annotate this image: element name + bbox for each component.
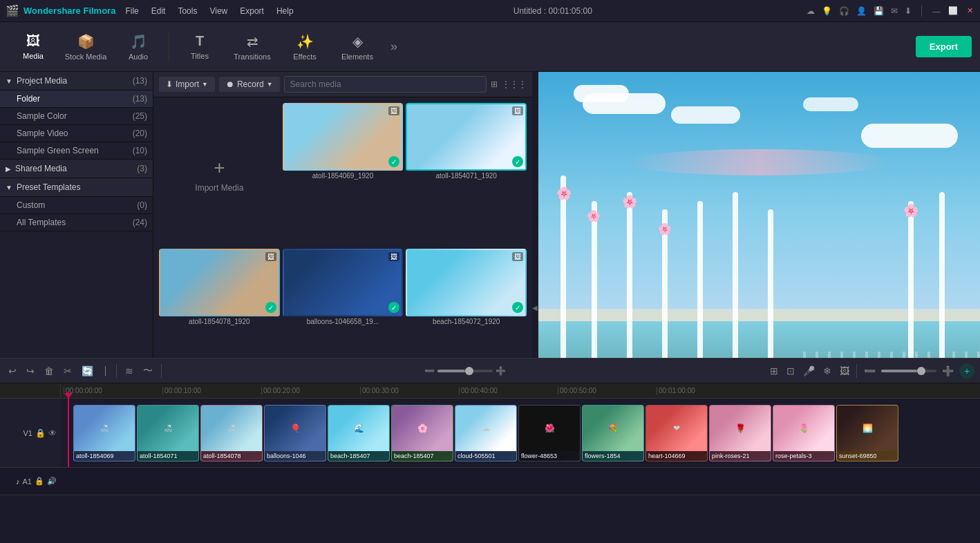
preset-templates-header[interactable]: ▼ Preset Templates bbox=[0, 178, 153, 197]
sidebar-item-sample-video[interactable]: Sample Video (20) bbox=[0, 125, 153, 142]
filter-icon[interactable]: ⊞ bbox=[491, 79, 498, 89]
zoom-fill bbox=[437, 370, 465, 372]
clip-beach1[interactable]: 🌊 beach-185407 bbox=[328, 405, 390, 461]
toolbar-transitions[interactable]: ⇄ Transitions bbox=[227, 25, 277, 69]
toolbar-titles[interactable]: T Titles bbox=[175, 25, 225, 69]
account-icon[interactable]: 👤 bbox=[856, 6, 867, 16]
speed-button[interactable]: 🔄 bbox=[79, 364, 96, 378]
clip-flowers[interactable]: 💐 flowers-1854 bbox=[582, 405, 644, 461]
waveform-button[interactable]: 〜 bbox=[140, 363, 156, 379]
zoom-out-tl-button[interactable]: ➖ bbox=[861, 364, 878, 378]
flower-deco-2: 🌸 bbox=[587, 209, 601, 222]
clip-atoll3[interactable]: 🏖 atoll-1854078 bbox=[200, 405, 263, 461]
toolbar-stock-media[interactable]: 📦 Stock Media bbox=[61, 25, 111, 69]
menu-tools[interactable]: Tools bbox=[172, 5, 202, 17]
download-icon[interactable]: ⬇ bbox=[905, 6, 912, 16]
zoom-track[interactable] bbox=[437, 370, 493, 372]
v1-hide-icon[interactable]: 👁 bbox=[48, 428, 57, 438]
sidebar-item-sample-color[interactable]: Sample Color (25) bbox=[0, 108, 153, 125]
zoom-out-icon[interactable]: ➖ bbox=[424, 366, 435, 376]
clip-cloud[interactable]: ☁ cloud-505501 bbox=[455, 405, 517, 461]
voiceover-button[interactable]: 🎤 bbox=[800, 364, 818, 378]
timeline-scrollable[interactable]: 00:00:00:00 00:00:10:00 00:00:20:00 00:0… bbox=[61, 383, 980, 495]
ruler-40: 00:00:40:00 bbox=[459, 387, 558, 394]
sidebar-item-folder[interactable]: Folder (13) bbox=[0, 90, 153, 108]
lightbulb-icon[interactable]: 💡 bbox=[822, 6, 832, 16]
clip-atoll1[interactable]: 🏖 atoll-1854069 bbox=[73, 405, 135, 461]
cloud-icon[interactable]: ☁ bbox=[807, 6, 815, 16]
project-media-header[interactable]: ▼ Project Media (13) bbox=[0, 72, 153, 90]
image-icon-2: 🖼 bbox=[512, 106, 523, 115]
mail-icon[interactable]: ✉ bbox=[891, 6, 898, 16]
sidebar-item-all-templates[interactable]: All Templates (24) bbox=[0, 214, 153, 231]
clip-pink-roses[interactable]: 🌹 pink-roses-21 bbox=[709, 405, 771, 461]
tl-zoom-handle[interactable] bbox=[917, 367, 925, 375]
toolbar-media[interactable]: 🖼 Media bbox=[8, 25, 58, 69]
record-button[interactable]: ⏺ Record ▼ bbox=[219, 77, 280, 92]
menu-file[interactable]: File bbox=[120, 5, 144, 17]
search-input[interactable] bbox=[284, 76, 487, 93]
menu-edit[interactable]: Edit bbox=[146, 5, 171, 17]
clip-label-4: balloons-1046 bbox=[265, 451, 326, 461]
split-button[interactable]: ⏐ bbox=[100, 364, 111, 378]
headset-icon[interactable]: 🎧 bbox=[839, 6, 849, 16]
zoom-in-icon[interactable]: ➕ bbox=[496, 366, 506, 376]
more-tools-button[interactable]: » bbox=[385, 37, 403, 57]
import-media-cell[interactable]: + Import Media bbox=[159, 103, 280, 246]
elements-icon: ◈ bbox=[352, 33, 363, 50]
delete-button[interactable]: 🗑 bbox=[41, 364, 57, 378]
zoom-in-tl-button[interactable]: ➕ bbox=[939, 364, 957, 378]
check-3: ✓ bbox=[265, 302, 276, 313]
ruler-10: 00:00:10:00 bbox=[162, 387, 261, 394]
a1-lock-icon[interactable]: 🔒 bbox=[35, 477, 44, 486]
sidebar-item-custom[interactable]: Custom (0) bbox=[0, 197, 153, 214]
record-icon: ⏺ bbox=[226, 79, 234, 89]
clip-rose-petals[interactable]: 🌷 rose-petals-3 bbox=[773, 405, 835, 461]
media-item-1[interactable]: 🖼 ✓ atoll-1854069_1920 bbox=[283, 103, 404, 246]
clip-heart[interactable]: ❤ heart-104669 bbox=[646, 405, 708, 461]
media-item-2[interactable]: 🖼 ✓ atoll-1854071_1920 bbox=[406, 103, 527, 246]
save-icon[interactable]: 💾 bbox=[874, 6, 884, 16]
timeline-zoom-track[interactable] bbox=[881, 370, 936, 372]
maximize-button[interactable]: ⬜ bbox=[948, 6, 958, 16]
all-templates-label: All Templates bbox=[17, 218, 66, 227]
toolbar-effects[interactable]: ✨ Effects bbox=[280, 25, 330, 69]
magnet-button[interactable]: ⊡ bbox=[784, 364, 798, 378]
sort-icon[interactable]: ⋮⋮⋮ bbox=[502, 79, 527, 89]
zoom-handle[interactable] bbox=[465, 367, 473, 375]
shared-media-header[interactable]: ▶ Shared Media (3) bbox=[0, 160, 153, 178]
menu-view[interactable]: View bbox=[204, 5, 233, 17]
timeline-settings-button[interactable]: + bbox=[959, 363, 974, 379]
redo-button[interactable]: ↪ bbox=[23, 364, 37, 378]
sidebar-item-sample-green[interactable]: Sample Green Screen (10) bbox=[0, 142, 153, 160]
sample-color-count: (25) bbox=[133, 111, 147, 121]
media-icon: 🖼 bbox=[26, 33, 40, 49]
collapse-arrow-preset: ▼ bbox=[6, 184, 12, 191]
audio-adjust-button[interactable]: ≋ bbox=[122, 364, 136, 378]
freeze-frame-button[interactable]: ❄ bbox=[820, 364, 834, 378]
clip-atoll2[interactable]: 🏖 atoll-1854071 bbox=[137, 405, 199, 461]
menu-export[interactable]: Export bbox=[234, 5, 270, 17]
thumb-name-1: atoll-1854069_1920 bbox=[283, 172, 404, 180]
clip-label-5: beach-185407 bbox=[328, 451, 389, 461]
import-button[interactable]: ⬇ Import ▼ bbox=[159, 77, 215, 92]
v1-lock-icon[interactable]: 🔒 bbox=[35, 428, 46, 438]
undo-button[interactable]: ↩ bbox=[6, 364, 19, 378]
toolbar-elements[interactable]: ◈ Elements bbox=[332, 25, 382, 69]
clip-beach2[interactable]: 🌸 beach-185407 bbox=[391, 405, 453, 461]
canopy bbox=[627, 149, 892, 175]
toolbar-audio[interactable]: 🎵 Audio bbox=[113, 25, 163, 69]
a1-volume-icon[interactable]: 🔊 bbox=[47, 477, 57, 486]
close-button[interactable]: ✕ bbox=[965, 6, 974, 16]
text-icon-button[interactable]: 🖼 bbox=[837, 364, 852, 378]
menu-help[interactable]: Help bbox=[271, 5, 299, 17]
clip-sunset[interactable]: 🌅 sunset-69850 bbox=[836, 405, 898, 461]
export-button[interactable]: Export bbox=[916, 36, 972, 57]
image-icon-5: 🖼 bbox=[512, 252, 523, 261]
clip-flower[interactable]: 🌺 flower-48653 bbox=[518, 405, 581, 461]
minimize-button[interactable]: — bbox=[932, 6, 941, 16]
clip-balloons[interactable]: 🎈 balloons-1046 bbox=[264, 405, 326, 461]
clip-thumb-13: 🌅 bbox=[837, 406, 898, 451]
cut-button[interactable]: ✂ bbox=[61, 364, 75, 378]
snap-button[interactable]: ⊞ bbox=[767, 364, 781, 378]
